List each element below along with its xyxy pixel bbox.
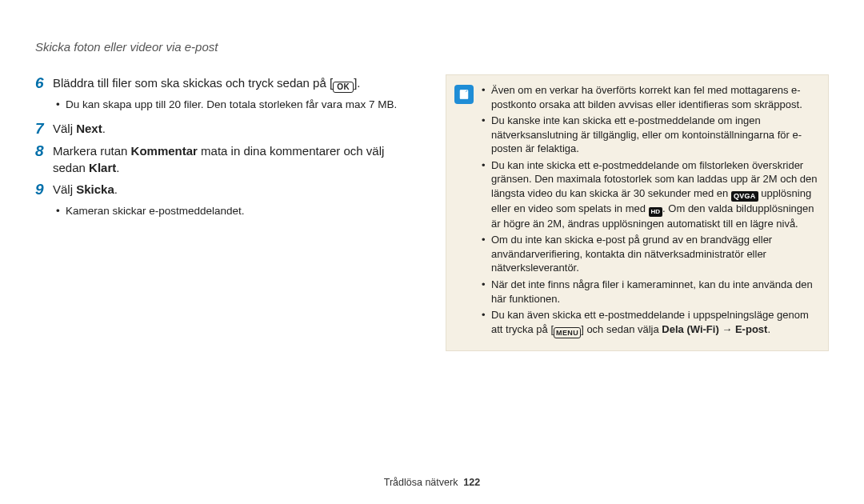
step-9-sub: Kameran skickar e-postmeddelandet. bbox=[54, 204, 418, 218]
note-box: Även om en verkar ha överförts korrekt k… bbox=[446, 74, 829, 351]
step-body: Välj Next. bbox=[53, 120, 418, 137]
page-title: Skicka foton eller videor via e-post bbox=[35, 40, 829, 54]
step-text-post: ]. bbox=[354, 76, 360, 90]
hd-icon: HD bbox=[649, 207, 663, 217]
step-text-bold: Skicka bbox=[76, 182, 114, 196]
right-column: Även om en verkar ha överförts korrekt k… bbox=[446, 74, 829, 351]
content-columns: 6 Bläddra till filer som ska skickas och… bbox=[35, 74, 829, 351]
page-footer: Trådlösa nätverk 122 bbox=[0, 477, 864, 488]
note-bullet-2: Du kanske inte kan skicka ett e-postmedd… bbox=[482, 114, 818, 156]
note-list: Även om en verkar ha överförts korrekt k… bbox=[482, 83, 818, 341]
note-bullet-5: När det inte finns några filer i kameram… bbox=[482, 278, 818, 306]
note-bullet-3: Du kan inte skicka ett e-postmeddelande … bbox=[482, 158, 818, 231]
note-bullet-4: Om du inte kan skicka e-post på grund av… bbox=[482, 233, 818, 275]
step-text-bold: Kommentar bbox=[131, 144, 198, 158]
step-text-post: . bbox=[102, 122, 106, 135]
note-icon bbox=[454, 85, 474, 104]
note-bullet-6: Du kan även skicka ett e-postmeddelande … bbox=[482, 308, 818, 338]
note-bullet-1: Även om en verkar ha överförts korrekt k… bbox=[482, 83, 818, 111]
step-text-pre: Markera rutan bbox=[53, 144, 131, 158]
note-text-bold: Dela (Wi-Fi) → E-post bbox=[662, 323, 767, 335]
menu-button-icon: MENU bbox=[554, 327, 581, 338]
step-text-post: . bbox=[116, 161, 119, 174]
step-number: 6 bbox=[35, 74, 53, 93]
footer-page-number: 122 bbox=[463, 477, 480, 488]
step-text-pre: Välj bbox=[53, 122, 76, 135]
step-6: 6 Bläddra till filer som ska skickas och… bbox=[35, 74, 418, 93]
note-glyph-icon bbox=[458, 87, 470, 102]
qvga-icon: QVGA bbox=[731, 191, 758, 202]
step-text-post: . bbox=[114, 182, 118, 196]
step-text-bold: Next bbox=[76, 122, 102, 135]
step-7: 7 Välj Next. bbox=[35, 120, 418, 138]
left-column: 6 Bläddra till filer som ska skickas och… bbox=[35, 74, 423, 351]
step-text-pre: Bläddra till filer som ska skickas och t… bbox=[53, 76, 333, 90]
note-text: . bbox=[767, 323, 770, 335]
step-number: 8 bbox=[35, 142, 53, 161]
step-9: 9 Välj Skicka. bbox=[35, 181, 418, 199]
footer-section: Trådlösa nätverk bbox=[384, 477, 458, 488]
step-body: Bläddra till filer som ska skickas och t… bbox=[53, 74, 418, 93]
step-number: 7 bbox=[35, 120, 53, 138]
step-text-pre: Välj bbox=[53, 182, 76, 196]
ok-button-icon: OK bbox=[333, 82, 354, 93]
step-text-bold: Klart bbox=[89, 161, 116, 174]
step-8: 8 Markera rutan Kommentar mata in dina k… bbox=[35, 142, 418, 176]
step-6-sub: Du kan skapa upp till 20 filer. Den tota… bbox=[54, 98, 418, 112]
step-body: Markera rutan Kommentar mata in dina kom… bbox=[53, 142, 418, 176]
step-body: Välj Skicka. bbox=[53, 181, 418, 198]
note-text: ] och sedan välja bbox=[581, 323, 662, 335]
step-number: 9 bbox=[35, 181, 53, 199]
manual-page: Skicka foton eller videor via e-post 6 B… bbox=[0, 0, 864, 504]
